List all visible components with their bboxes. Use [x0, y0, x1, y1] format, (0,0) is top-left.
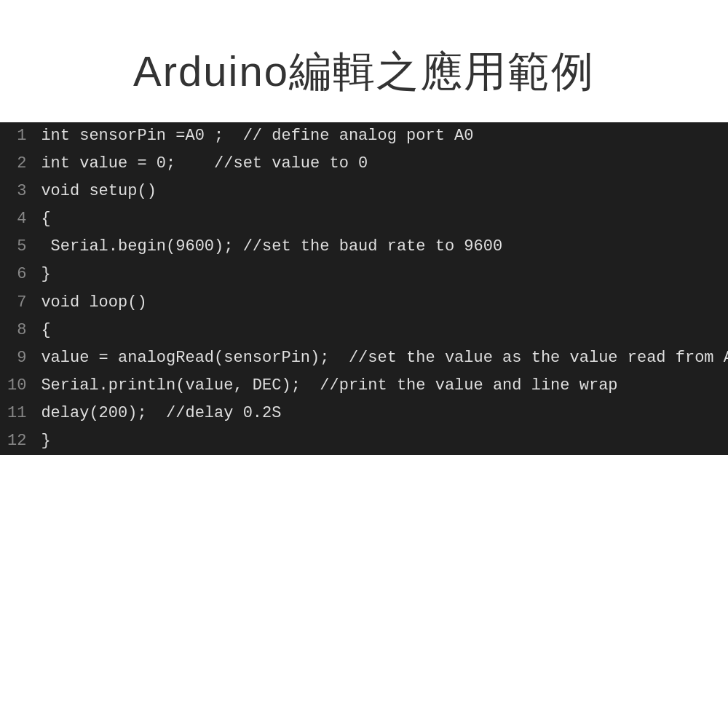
line-code: } — [38, 261, 728, 288]
line-number: 6 — [0, 261, 38, 288]
line-code: { — [38, 317, 728, 344]
table-row: 7void loop() — [0, 289, 728, 317]
line-number: 1 — [0, 122, 38, 150]
table-row: 2int value = 0; //set value to 0 — [0, 150, 728, 178]
table-row: 8{ — [0, 317, 728, 344]
line-number: 2 — [0, 150, 38, 178]
line-number: 7 — [0, 289, 38, 317]
line-number: 11 — [0, 400, 38, 427]
line-number: 10 — [0, 372, 38, 400]
line-code: value = analogRead(sensorPin); //set the… — [38, 344, 728, 372]
table-row: 4{ — [0, 205, 728, 233]
code-table: 1int sensorPin =A0 ; // define analog po… — [0, 122, 728, 455]
line-code: } — [38, 427, 728, 455]
title-section: Arduino編輯之應用範例 — [0, 0, 728, 122]
table-row: 1int sensorPin =A0 ; // define analog po… — [0, 122, 728, 150]
page-title: Arduino編輯之應用範例 — [133, 44, 595, 100]
line-number: 3 — [0, 178, 38, 205]
line-number: 9 — [0, 344, 38, 372]
line-number: 4 — [0, 205, 38, 233]
table-row: 12} — [0, 427, 728, 455]
line-code: delay(200); //delay 0.2S — [38, 400, 728, 427]
line-code: void setup() — [38, 178, 728, 205]
table-row: 11delay(200); //delay 0.2S — [0, 400, 728, 427]
line-number: 12 — [0, 427, 38, 455]
line-code: Serial.begin(9600); //set the baud rate … — [38, 233, 728, 261]
table-row: 10Serial.println(value, DEC); //print th… — [0, 372, 728, 400]
line-code: Serial.println(value, DEC); //print the … — [38, 372, 728, 400]
line-code: int value = 0; //set value to 0 — [38, 150, 728, 178]
table-row: 5 Serial.begin(9600); //set the baud rat… — [0, 233, 728, 261]
line-number: 8 — [0, 317, 38, 344]
table-row: 3void setup() — [0, 178, 728, 205]
code-block: 1int sensorPin =A0 ; // define analog po… — [0, 122, 728, 455]
line-number: 5 — [0, 233, 38, 261]
page-container: Arduino編輯之應用範例 1int sensorPin =A0 ; // d… — [0, 0, 728, 728]
table-row: 9value = analogRead(sensorPin); //set th… — [0, 344, 728, 372]
table-row: 6} — [0, 261, 728, 288]
line-code: void loop() — [38, 289, 728, 317]
line-code: int sensorPin =A0 ; // define analog por… — [38, 122, 728, 150]
line-code: { — [38, 205, 728, 233]
